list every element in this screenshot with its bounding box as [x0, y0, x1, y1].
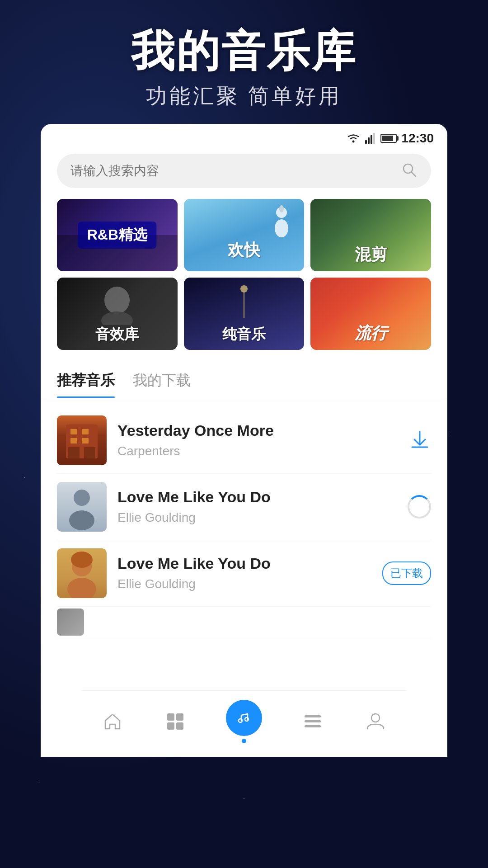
song-info-1: Yesterday Once More Carpenters	[117, 422, 398, 458]
category-rnb[interactable]: R&B精选	[57, 199, 178, 271]
search-bar[interactable]	[57, 154, 431, 188]
svg-rect-3	[371, 135, 372, 144]
category-sound[interactable]: 音效库	[57, 278, 178, 350]
svg-rect-20	[82, 438, 89, 443]
song-title-3: Love Me Like You Do	[117, 555, 371, 572]
music-icon	[234, 708, 254, 728]
song-thumb-4	[57, 609, 84, 636]
svg-rect-15	[68, 447, 80, 458]
category-sound-label: 音效库	[57, 319, 178, 350]
svg-rect-34	[305, 720, 321, 722]
song-action-download-1[interactable]	[408, 428, 431, 453]
grid-icon	[164, 710, 187, 733]
category-pure[interactable]: 纯音乐	[184, 278, 305, 350]
song-item-2[interactable]: Love Me Like You Do Ellie Goulding	[57, 474, 431, 540]
category-happy-label: 欢快	[184, 234, 305, 267]
svg-rect-28	[167, 722, 174, 730]
battery-icon	[380, 134, 397, 143]
svg-point-9	[279, 205, 284, 212]
tabs-area: 推荐音乐 我的下载	[41, 363, 447, 398]
category-mix[interactable]: 混剪	[310, 199, 431, 271]
category-popular-label: 流行	[310, 317, 431, 350]
svg-rect-12	[244, 291, 244, 318]
svg-rect-26	[167, 713, 174, 721]
status-time: 12:30	[401, 131, 434, 146]
loading-spinner-2	[408, 495, 431, 519]
app-title: 我的音乐库	[0, 27, 488, 75]
search-area[interactable]	[41, 149, 447, 199]
home-icon	[101, 710, 124, 733]
svg-rect-16	[84, 447, 95, 458]
song-artist-3: Ellie Goulding	[117, 577, 371, 591]
song-list: Yesterday Once More Carpenters	[41, 407, 447, 638]
svg-point-24	[67, 578, 96, 598]
list-icon	[301, 710, 324, 733]
svg-rect-19	[70, 438, 77, 443]
song-action-downloaded-3[interactable]: 已下载	[382, 561, 431, 585]
bottom-nav	[81, 690, 407, 757]
svg-point-10	[104, 287, 130, 314]
category-mix-label: 混剪	[310, 238, 431, 271]
svg-rect-29	[176, 722, 183, 730]
svg-point-30	[234, 708, 254, 728]
category-rnb-label: R&B精选	[78, 222, 156, 249]
main-card: 12:30 R&B精选	[41, 124, 447, 757]
nav-home[interactable]	[101, 710, 124, 733]
nav-profile[interactable]	[364, 710, 387, 733]
header-area: 我的音乐库 功能汇聚 简单好用	[0, 0, 488, 124]
app-subtitle: 功能汇聚 简单好用	[0, 82, 488, 110]
svg-rect-27	[176, 713, 183, 721]
song-item-1[interactable]: Yesterday Once More Carpenters	[57, 407, 431, 474]
download-icon-1	[408, 428, 431, 451]
song-item-3[interactable]: Love Me Like You Do Ellie Goulding 已下载	[57, 540, 431, 607]
status-bar: 12:30	[41, 124, 447, 149]
svg-point-0	[352, 140, 355, 142]
song-thumb-2	[57, 482, 107, 532]
svg-rect-17	[70, 429, 77, 434]
song-info-2: Love Me Like You Do Ellie Goulding	[117, 488, 397, 525]
svg-rect-18	[82, 429, 89, 434]
song-thumb-1	[57, 415, 107, 465]
svg-point-21	[74, 490, 90, 506]
svg-line-6	[411, 172, 416, 176]
song-artist-2: Ellie Goulding	[117, 510, 397, 525]
category-grid: R&B精选 欢快 混剪 音效库	[41, 199, 447, 363]
svg-point-13	[240, 285, 248, 292]
signal-icon	[365, 133, 376, 144]
nav-music-dot	[242, 739, 246, 743]
nav-grid[interactable]	[164, 710, 187, 733]
svg-rect-4	[373, 133, 375, 144]
nav-music[interactable]	[226, 700, 262, 743]
svg-rect-2	[368, 137, 370, 144]
downloaded-badge-3: 已下载	[382, 561, 431, 585]
profile-icon	[364, 710, 387, 733]
search-icon	[401, 162, 418, 180]
tab-download[interactable]: 我的下载	[133, 363, 191, 398]
category-pure-label: 纯音乐	[184, 319, 305, 350]
svg-rect-33	[305, 715, 321, 717]
song-thumb-3	[57, 548, 107, 598]
nav-list[interactable]	[301, 710, 324, 733]
category-happy[interactable]: 欢快	[184, 199, 305, 271]
search-input[interactable]	[70, 164, 394, 178]
svg-rect-35	[305, 725, 321, 727]
svg-rect-1	[365, 140, 367, 144]
music-center-btn[interactable]	[226, 700, 262, 736]
category-popular[interactable]: 流行	[310, 278, 431, 350]
song-item-4	[57, 607, 431, 638]
song-action-loading-2	[408, 495, 431, 519]
svg-point-25	[71, 552, 93, 568]
svg-point-36	[371, 714, 380, 722]
song-title-1: Yesterday Once More	[117, 422, 398, 439]
status-icons: 12:30	[346, 131, 434, 146]
song-info-3: Love Me Like You Do Ellie Goulding	[117, 555, 371, 591]
song-title-2: Love Me Like You Do	[117, 488, 397, 506]
song-artist-1: Carpenters	[117, 444, 398, 458]
tab-recommend[interactable]: 推荐音乐	[57, 363, 115, 398]
wifi-icon	[346, 133, 361, 144]
svg-point-22	[69, 510, 94, 530]
